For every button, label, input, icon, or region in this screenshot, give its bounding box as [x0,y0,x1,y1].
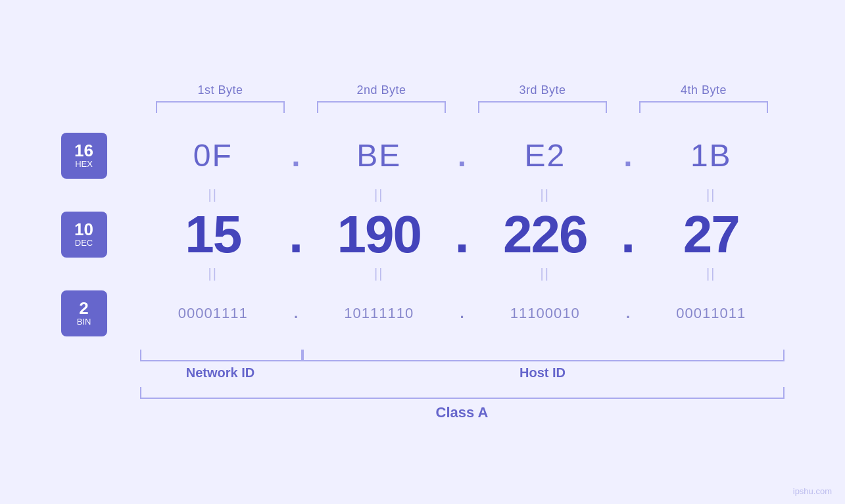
bottom-section: Network ID Host ID Class A [61,350,785,421]
equals-2-3: || [541,266,550,281]
spacer-1 [61,185,140,205]
equals-row-2: || || || || [140,264,785,284]
rows-wrapper: 0F . BE . E2 . 1B || [140,126,785,343]
dot-bin-1: . [286,306,306,321]
dot-hex-1: . [286,140,306,172]
equals-2-2: || [374,266,383,281]
bin-cell-4: 00011011 [638,305,785,322]
bin-row: 00001111 . 10111110 . 11100010 . 0001101… [140,284,785,343]
equals-1-3: || [541,187,550,202]
hex-cell-3: E2 [472,137,619,173]
dot-hex-3: . [618,140,638,172]
eq-cell-1-1: || [140,187,287,202]
dot-dec-3: . [618,208,638,261]
dec-val-1: 15 [185,204,241,265]
main-container: 1st Byte 2nd Byte 3rd Byte 4th Byte 16 H… [61,83,785,421]
host-id-label: Host ID [301,365,785,380]
dec-cell-1: 15 [140,204,287,265]
eq-cell-2-4: || [638,266,785,281]
class-bracket-row: Class A [140,387,785,421]
bracket-cell-4 [623,101,785,113]
dec-badge-num: 10 [74,221,93,238]
network-id-label: Network ID [140,365,301,380]
bracket-bottom-network [140,350,302,361]
dec-val-2: 190 [337,204,421,265]
dec-badge: 10 DEC [61,212,107,258]
dec-row: 15 . 190 . 226 . 27 [140,205,785,264]
equals-1-1: || [208,187,218,202]
dot-bin-3: . [618,306,638,321]
id-labels: Network ID Host ID [140,365,785,380]
hex-badge-name: HEX [75,159,93,169]
bin-val-2: 10111110 [344,305,414,322]
dec-badge-name: DEC [75,238,93,248]
hex-val-2: BE [356,137,401,173]
eq-cell-1-4: || [638,187,785,202]
eq-cell-2-3: || [472,266,619,281]
bin-val-4: 00011011 [676,305,746,322]
dec-cell-4: 27 [638,204,785,265]
dec-val-3: 226 [503,204,587,265]
eq-cell-2-2: || [306,266,452,281]
bin-cell-1: 00001111 [140,305,287,322]
dec-val-4: 27 [683,204,739,265]
class-bracket [140,387,785,399]
top-brackets [61,101,785,113]
eq-cell-1-3: || [472,187,619,202]
dot-bin-2: . [452,306,472,321]
eq-cell-2-1: || [140,266,287,281]
hex-cell-4: 1B [638,137,785,173]
spacer-2 [61,264,140,284]
hex-cell-2: BE [306,137,452,173]
bin-cell-3: 11100010 [472,305,619,322]
equals-2-1: || [208,266,218,281]
class-label: Class A [140,404,785,421]
equals-1-4: || [706,187,715,202]
bottom-brackets [140,350,785,361]
hex-badge-num: 16 [74,142,93,159]
equals-1-2: || [374,187,383,202]
hex-val-4: 1B [690,137,732,173]
hex-badge: 16 HEX [61,133,107,179]
bracket-cell-3 [462,101,623,113]
content-grid: 16 HEX 10 DEC 2 BIN [61,126,785,343]
bin-badge-num: 2 [79,300,88,317]
bracket-top-2 [317,101,446,113]
dec-label-wrapper: 10 DEC [61,205,140,264]
bracket-cell-1 [140,101,301,113]
dec-cell-3: 226 [472,204,619,265]
bracket-top-4 [639,101,768,113]
bin-label-wrapper: 2 BIN [61,284,140,343]
hex-val-3: E2 [524,137,566,173]
row-label-col: 16 HEX 10 DEC 2 BIN [61,126,140,343]
bracket-bottom-host [302,350,785,361]
dec-cell-2: 190 [306,204,452,265]
byte-label-4: 4th Byte [623,83,785,97]
equals-2-4: || [706,266,715,281]
bracket-top-1 [156,101,285,113]
dot-dec-1: . [286,208,306,261]
eq-cell-1-2: || [306,187,452,202]
hex-val-1: 0F [193,137,233,173]
bracket-top-3 [478,101,607,113]
bin-cell-2: 10111110 [306,305,452,322]
equals-row-1: || || || || [140,185,785,205]
bin-val-3: 11100010 [510,305,580,322]
hex-label-wrapper: 16 HEX [61,126,140,185]
bin-val-1: 00001111 [178,305,248,322]
byte-labels-row: 1st Byte 2nd Byte 3rd Byte 4th Byte [61,83,785,97]
byte-label-3: 3rd Byte [462,83,623,97]
bin-badge-name: BIN [77,317,91,327]
hex-row: 0F . BE . E2 . 1B [140,126,785,185]
watermark: ipshu.com [793,486,832,496]
bin-badge: 2 BIN [61,290,107,336]
hex-cell-1: 0F [140,137,287,173]
byte-label-1: 1st Byte [140,83,301,97]
byte-label-2: 2nd Byte [301,83,462,97]
dot-dec-2: . [452,208,472,261]
dot-hex-2: . [452,140,472,172]
bracket-cell-2 [301,101,462,113]
